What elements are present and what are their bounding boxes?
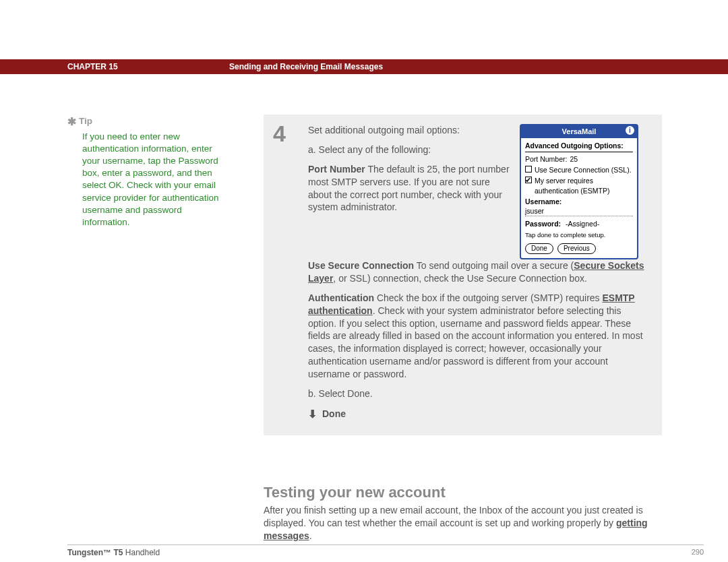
auth-post: . Check with your system administrator b… xyxy=(308,305,643,379)
auth-lead: Authentication xyxy=(308,292,374,303)
step-auth: Authentication Check the box if the outg… xyxy=(308,292,650,381)
port-label: Port Number: xyxy=(525,154,567,164)
tip-sidebar: ✱Tip If you need to enter new authentica… xyxy=(67,115,224,228)
step-box: 4 Set additional outgoing mail options: … xyxy=(264,115,662,435)
step-a: a. Select any of the following: xyxy=(308,144,510,156)
device-hint: Tap done to complete setup. xyxy=(525,231,633,240)
footer-product-rest: Handheld xyxy=(123,548,160,557)
chapter-header: CHAPTER 15 Sending and Receiving Email M… xyxy=(0,59,728,74)
tip-body: If you need to enter new authentication … xyxy=(82,131,224,229)
password-label: Password: xyxy=(525,220,561,228)
device-title: VersaMail xyxy=(562,127,597,135)
usc-lead: Use Secure Connection xyxy=(308,260,414,271)
page-footer: Tungsten™ T5 Handheld 290 xyxy=(67,544,704,557)
testing-post: . xyxy=(309,530,312,541)
usc-pre: To send outgoing mail over a secure ( xyxy=(414,260,574,271)
username-label: Username: xyxy=(525,197,562,206)
device-titlebar: VersaMail i xyxy=(521,125,637,138)
usc-post: , or SSL) connection, check the Use Secu… xyxy=(333,273,587,284)
username-field[interactable]: jsuser xyxy=(525,206,633,216)
info-icon[interactable]: i xyxy=(626,126,634,135)
step-b: b. Select Done. xyxy=(308,387,650,400)
done-button[interactable]: Done xyxy=(525,243,553,254)
device-screenshot: VersaMail i Advanced Outgoing Options: P… xyxy=(520,124,638,259)
step-intro: Set additional outgoing mail options: xyxy=(308,124,510,137)
esmtp-row[interactable]: My server requires authentication (ESMTP… xyxy=(525,176,633,195)
page-number: 290 xyxy=(692,548,704,557)
down-arrow-icon: ⬇ xyxy=(308,407,317,422)
password-field[interactable]: -Assigned- xyxy=(563,219,602,228)
chapter-label: CHAPTER 15 xyxy=(67,62,118,71)
done-row: ⬇ Done xyxy=(308,407,650,422)
footer-product: Tungsten™ T5 Handheld xyxy=(67,548,160,557)
step-usc: Use Secure Connection To send outgoing m… xyxy=(308,259,650,285)
auth-pre: Check the box if the outgoing server (SM… xyxy=(374,292,602,303)
checkbox-icon[interactable] xyxy=(525,166,532,173)
ssl-row[interactable]: Use Secure Connection (SSL). xyxy=(525,165,633,175)
password-row: Password: -Assigned- xyxy=(525,219,633,228)
step-number: 4 xyxy=(273,119,286,150)
port-value: 25 xyxy=(570,154,578,164)
port-row: Port Number: 25 xyxy=(525,154,633,164)
testing-paragraph: After you finish setting up a new email … xyxy=(264,504,662,542)
tip-label: Tip xyxy=(79,116,92,126)
chapter-title: Sending and Receiving Email Messages xyxy=(229,62,383,71)
device-heading: Advanced Outgoing Options: xyxy=(525,141,633,152)
port-number-lead: Port Number xyxy=(308,164,365,175)
checkbox-checked-icon[interactable] xyxy=(525,177,532,183)
esmtp-label-1: My server requires xyxy=(535,177,593,185)
ssl-label: Use Secure Connection (SSL). xyxy=(535,165,632,175)
testing-pre: After you finish setting up a new email … xyxy=(264,505,643,528)
step-portnumber: Port Number The default is 25, the port … xyxy=(308,163,510,214)
tip-heading: ✱Tip xyxy=(67,115,224,129)
previous-button[interactable]: Previous xyxy=(557,243,596,254)
footer-product-bold: Tungsten™ T5 xyxy=(67,548,123,557)
username-row: Username: jsuser xyxy=(525,197,633,216)
done-label: Done xyxy=(322,408,346,420)
asterisk-icon: ✱ xyxy=(67,116,76,127)
esmtp-label-2: authentication (ESMTP) xyxy=(535,187,609,195)
testing-heading: Testing your new account xyxy=(264,484,446,501)
